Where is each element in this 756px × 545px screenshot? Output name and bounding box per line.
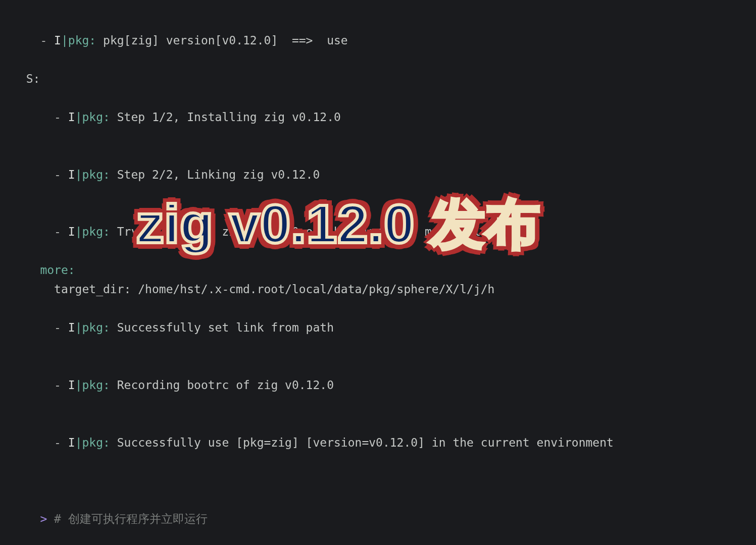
log-line: - I|pkg: Successfully use [pkg=zig] [ver… [12,414,744,472]
overlay-title: zig v0.12.0 发布 [136,188,540,261]
terminal-screen: - I|pkg: pkg[zig] version[v0.12.0] ==> u… [0,0,756,545]
prompt-line[interactable]: > # 创建可执行程序并立即运行 [12,490,744,545]
log-line: S: [12,70,744,89]
log-line: more: [12,261,744,280]
log-line: - I|pkg: pkg[zig] version[v0.12.0] ==> u… [12,12,744,70]
log-line: - I|pkg: Successfully set link from path [12,299,744,357]
log-line: - I|pkg: Step 1/2, Installing zig v0.12.… [12,89,744,146]
shell-comment: # 创建可执行程序并立即运行 [54,512,208,525]
blank-line [12,472,744,491]
log-line: target_dir: /home/hst/.x-cmd.root/local/… [12,280,744,299]
prompt-icon: > [40,512,54,525]
log-line: - I|pkg: Recording bootrc of zig v0.12.0 [12,357,744,414]
